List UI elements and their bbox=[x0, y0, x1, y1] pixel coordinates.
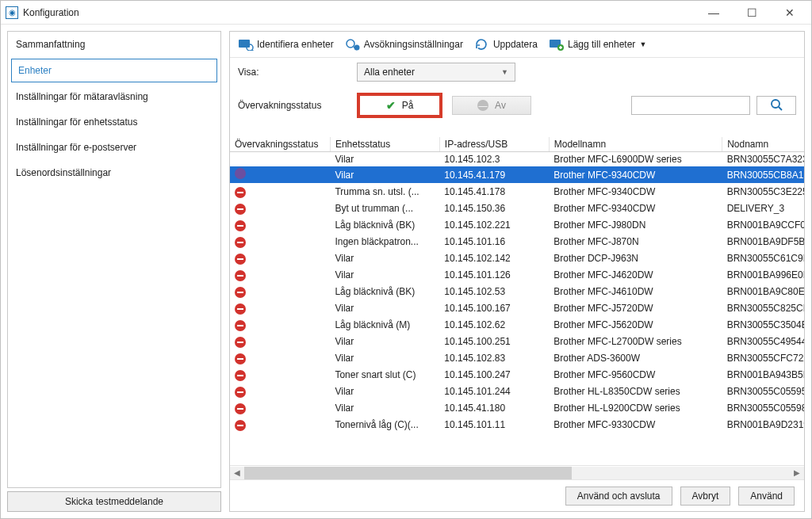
add-devices-label: Lägg till enheter bbox=[568, 39, 635, 50]
cell-monitoring-status bbox=[230, 152, 330, 167]
table-row[interactable]: Vilar10.145.101.244Brother HL-L8350CDW s… bbox=[230, 383, 804, 399]
col-ip[interactable]: IP-adress/USB bbox=[439, 137, 549, 152]
send-test-button[interactable]: Skicka testmeddelande bbox=[7, 491, 221, 512]
close-button[interactable]: ✕ bbox=[778, 5, 802, 21]
cell-monitoring-status bbox=[230, 316, 330, 333]
status-block-icon bbox=[235, 320, 246, 331]
identify-devices-button[interactable]: Identifiera enheter bbox=[238, 38, 334, 51]
table-row[interactable]: Vilar10.145.100.251Brother MFC-L2700DW s… bbox=[230, 333, 804, 349]
table-row[interactable]: Låg bläcknivå (BK)10.145.102.53Brother M… bbox=[230, 283, 804, 300]
cell-device_status: Vilar bbox=[330, 333, 439, 349]
nav-item-device-status[interactable]: Inställningar för enhetsstatus bbox=[8, 109, 220, 135]
svg-line-2 bbox=[252, 50, 254, 51]
refresh-label: Uppdatera bbox=[493, 39, 538, 50]
table-row[interactable]: Vilar10.145.100.167Brother MFC-J5720DWBR… bbox=[230, 300, 804, 316]
cell-monitoring-status bbox=[230, 416, 330, 433]
window-title: Konfiguration bbox=[23, 7, 702, 18]
apply-button[interactable]: Använd bbox=[738, 487, 795, 506]
on-label: På bbox=[402, 100, 414, 111]
table-row[interactable]: Vilar10.145.41.180Brother HL-L9200CDW se… bbox=[230, 399, 804, 416]
table-row[interactable]: Ingen bläckpatron...10.145.101.16Brother… bbox=[230, 233, 804, 250]
cell-model: Brother MFC-L2700DW series bbox=[549, 333, 722, 349]
table-row[interactable]: Vilar10.145.101.126Brother MFC-J4620DWBR… bbox=[230, 266, 804, 283]
devices-grid[interactable]: Övervakningsstatus Enhetsstatus IP-adres… bbox=[230, 137, 804, 465]
maximize-button[interactable]: ☐ bbox=[740, 5, 764, 21]
cell-node: BRN001BA9C80EFD bbox=[722, 283, 804, 300]
minimize-button[interactable]: — bbox=[702, 5, 726, 21]
monitoring-on-button[interactable]: ✔ På bbox=[360, 96, 439, 115]
table-row[interactable]: Trumma sn. utsl. (...10.145.41.178Brothe… bbox=[230, 183, 804, 200]
cell-node: BRN001BA9D23195 bbox=[722, 416, 804, 433]
col-device-status[interactable]: Enhetsstatus bbox=[330, 137, 439, 152]
main-panel: Identifiera enheter Avsökningsinställnin… bbox=[229, 31, 805, 512]
cell-model: Brother MFC-J4610DW bbox=[549, 283, 722, 300]
cell-node: BRN30055C05598E bbox=[722, 399, 804, 416]
table-row[interactable]: Toner snart slut (C)10.145.100.247Brothe… bbox=[230, 366, 804, 383]
nav-item-summary[interactable]: Sammanfattning bbox=[8, 32, 220, 57]
filters: Visa: Alla enheter ▼ Övervakningsstatus … bbox=[230, 58, 804, 137]
nav-item-label: Inställningar för enhetsstatus bbox=[16, 116, 137, 128]
table-row[interactable]: Vilar10.145.102.83Brother ADS-3600WBRN30… bbox=[230, 349, 804, 366]
apply-and-close-button[interactable]: Använd och avsluta bbox=[565, 487, 672, 506]
horizontal-scrollbar[interactable]: ◀ ▶ bbox=[230, 465, 804, 479]
monitoring-status-label: Övervakningsstatus bbox=[238, 100, 357, 111]
table-row[interactable]: Vilar10.145.102.3Brother MFC-L6900DW ser… bbox=[230, 152, 804, 167]
cell-monitoring-status bbox=[230, 399, 330, 416]
status-block-icon bbox=[235, 287, 246, 298]
table-row[interactable]: Vilar10.145.102.142Brother DCP-J963NBRN3… bbox=[230, 250, 804, 266]
cell-device_status: Vilar bbox=[330, 250, 439, 266]
cell-ip: 10.145.102.62 bbox=[439, 316, 549, 333]
nav-item-email[interactable]: Inställningar för e-postserver bbox=[8, 135, 220, 160]
show-combo[interactable]: Alla enheter ▼ bbox=[357, 63, 515, 82]
show-label: Visa: bbox=[238, 67, 357, 78]
col-monitoring-status[interactable]: Övervakningsstatus bbox=[230, 137, 330, 152]
cell-node: BRN001BA943B5B4 bbox=[722, 366, 804, 383]
nav-item-password[interactable]: Lösenordsinställningar bbox=[8, 160, 220, 185]
chevron-down-icon: ▼ bbox=[501, 68, 508, 76]
scroll-thumb[interactable] bbox=[244, 467, 572, 479]
configuration-window: ◉ Konfiguration — ☐ ✕ Sammanfattning Enh… bbox=[0, 0, 812, 519]
cell-model: Brother HL-L8350CDW series bbox=[549, 383, 722, 399]
scroll-track[interactable] bbox=[244, 467, 790, 479]
scroll-right-arrow[interactable]: ▶ bbox=[790, 467, 804, 479]
search-input[interactable] bbox=[631, 96, 750, 115]
status-block-icon bbox=[235, 420, 246, 431]
cell-model: Brother MFC-J980DN bbox=[549, 216, 722, 233]
col-model[interactable]: Modellnamn bbox=[549, 137, 722, 152]
cell-ip: 10.145.102.221 bbox=[439, 216, 549, 233]
search-button[interactable] bbox=[756, 96, 796, 115]
cell-model: Brother DCP-J963N bbox=[549, 250, 722, 266]
cell-model: Brother HL-L9200CDW series bbox=[549, 399, 722, 416]
add-devices-button[interactable]: Lägg till enheter ▼ bbox=[549, 38, 646, 51]
table-row[interactable]: Byt ut trumman (...10.145.150.36Brother … bbox=[230, 200, 804, 216]
status-block-icon bbox=[235, 353, 246, 364]
cell-model: Brother ADS-3600W bbox=[549, 349, 722, 366]
table-row[interactable]: Tonernivå låg (C)(...10.145.101.11Brothe… bbox=[230, 416, 804, 433]
table-row[interactable]: Vilar10.145.41.179Brother MFC-9340CDWBRN… bbox=[230, 166, 804, 183]
svg-point-3 bbox=[347, 40, 354, 48]
check-icon: ✔ bbox=[386, 99, 396, 112]
monitoring-off-button[interactable]: — Av bbox=[452, 96, 531, 115]
cell-model: Brother MFC-9340CDW bbox=[549, 200, 722, 216]
nav-item-meter[interactable]: Inställningar för mätaravläsning bbox=[8, 84, 220, 109]
cell-monitoring-status bbox=[230, 283, 330, 300]
cell-device_status: Vilar bbox=[330, 399, 439, 416]
table-row[interactable]: Låg bläcknivå (M)10.145.102.62Brother MF… bbox=[230, 316, 804, 333]
cell-monitoring-status bbox=[230, 166, 330, 183]
status-block-icon bbox=[235, 254, 246, 265]
nav-item-label: Sammanfattning bbox=[16, 39, 85, 50]
cancel-button[interactable]: Avbryt bbox=[680, 487, 731, 506]
nav-item-devices[interactable]: Enheter bbox=[11, 59, 217, 82]
cell-device_status: Toner snart slut (C) bbox=[330, 366, 439, 383]
identify-label: Identifiera enheter bbox=[257, 39, 334, 50]
table-row[interactable]: Låg bläcknivå (BK)10.145.102.221Brother … bbox=[230, 216, 804, 233]
col-node[interactable]: Nodnamn bbox=[722, 137, 804, 152]
cell-model: Brother MFC-9340CDW bbox=[549, 166, 722, 183]
scan-settings-button[interactable]: Avsökningsinställningar bbox=[345, 38, 463, 51]
refresh-button[interactable]: Uppdatera bbox=[474, 38, 538, 51]
scroll-left-arrow[interactable]: ◀ bbox=[230, 467, 244, 479]
cell-node: BRN001BA9DF5B59 bbox=[722, 233, 804, 250]
nav-item-label: Inställningar för e-postserver bbox=[16, 142, 136, 153]
cell-node: BRN001BA9CCF030 bbox=[722, 216, 804, 233]
devices-table: Övervakningsstatus Enhetsstatus IP-adres… bbox=[230, 137, 804, 433]
